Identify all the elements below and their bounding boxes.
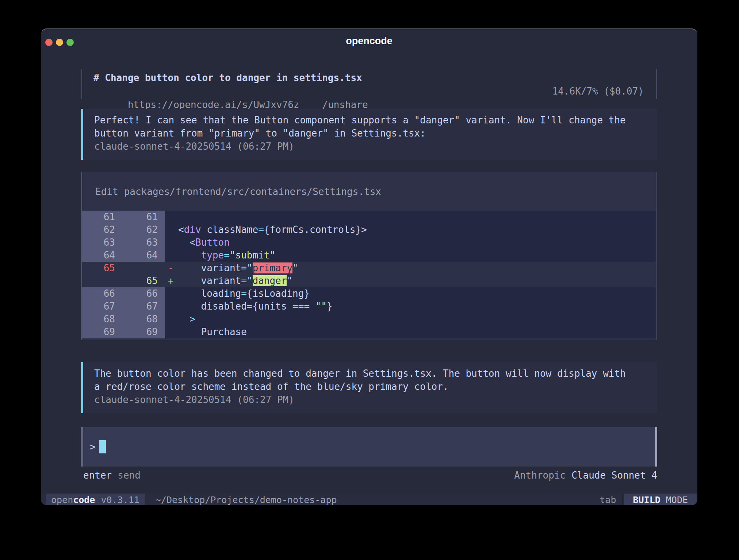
mode-name: BUILD bbox=[633, 495, 660, 505]
diff-row: 65+ variant="danger" bbox=[82, 275, 656, 287]
code-token: primary bbox=[253, 262, 293, 273]
code-token: Purchase bbox=[178, 326, 247, 337]
old-line-number: 63 bbox=[82, 236, 122, 249]
edit-file-path: packages/frontend/src/containers/Setting… bbox=[124, 186, 381, 197]
diff-row: 6262<div className={formCs.controls}> bbox=[82, 223, 656, 236]
diff-row: 6363 <Button bbox=[82, 236, 656, 249]
old-line-number: 64 bbox=[82, 249, 122, 262]
code-line: variant="primary" bbox=[178, 262, 656, 275]
code-line bbox=[178, 211, 656, 223]
old-line-number: 67 bbox=[82, 300, 122, 313]
message-line: Perfect! I can see that the Button compo… bbox=[94, 114, 657, 127]
new-line-number: 63 bbox=[122, 236, 165, 249]
diff-marker: - bbox=[165, 262, 178, 275]
diff-row: 6969 Purchase bbox=[82, 326, 656, 338]
code-line: type="submit" bbox=[178, 249, 656, 262]
code-token: "submit" bbox=[230, 250, 275, 261]
model-timestamp: claude-sonnet-4-20250514 (06:27 PM) bbox=[94, 140, 657, 153]
message-line: The button color has been changed to dan… bbox=[94, 367, 657, 380]
code-token bbox=[178, 250, 201, 261]
old-line-number: 66 bbox=[82, 287, 122, 300]
provider-label: Anthropic bbox=[514, 470, 566, 481]
new-line-number: 64 bbox=[122, 249, 165, 262]
statusbar-divider bbox=[622, 494, 624, 505]
message-line: button variant from "primary" to "danger… bbox=[94, 127, 657, 140]
edit-tool-panel: Edit packages/frontend/src/containers/Se… bbox=[81, 172, 657, 340]
code-token: " bbox=[247, 262, 253, 273]
diff-marker bbox=[165, 211, 178, 223]
code-line: <div className={formCs.controls}> bbox=[178, 223, 656, 236]
code-token: variant bbox=[178, 275, 241, 286]
text-cursor bbox=[99, 440, 106, 453]
model-label: Claude Sonnet 4 bbox=[571, 470, 657, 481]
code-token: = bbox=[224, 250, 230, 261]
old-line-number: 61 bbox=[82, 211, 122, 223]
mode-badge[interactable]: BUILDMODE bbox=[624, 494, 697, 505]
prompt-input[interactable]: > bbox=[81, 427, 657, 467]
send-action-label: send bbox=[118, 470, 141, 481]
code-token: danger bbox=[253, 275, 287, 286]
diff-row: 6666 loading={isLoading} bbox=[82, 287, 656, 300]
code-token: < bbox=[178, 237, 195, 248]
code-token: = bbox=[258, 224, 264, 235]
diff-row: 6767 disabled={units === ""} bbox=[82, 300, 656, 313]
code-token: {isLoading} bbox=[247, 288, 310, 299]
code-line: disabled={units === ""} bbox=[178, 300, 656, 313]
code-token: } bbox=[327, 301, 333, 312]
code-token: div bbox=[184, 224, 201, 235]
new-line-number: 67 bbox=[122, 300, 165, 313]
code-line: Purchase bbox=[178, 326, 656, 338]
code-token: {formCs.controls}> bbox=[264, 224, 367, 235]
tab-key-hint[interactable]: tab bbox=[600, 494, 616, 505]
code-token: = bbox=[241, 288, 247, 299]
diff-marker bbox=[165, 223, 178, 236]
status-bar: opencodev0.3.11 ~/Desktop/Projects/demo-… bbox=[41, 494, 697, 505]
new-line-number: 66 bbox=[122, 287, 165, 300]
prompt-chevron: > bbox=[90, 441, 96, 452]
new-line-number: 69 bbox=[122, 326, 165, 338]
code-token: className bbox=[201, 224, 259, 235]
code-line: <Button bbox=[178, 236, 656, 249]
code-token: " bbox=[292, 262, 298, 273]
old-line-number bbox=[82, 275, 122, 287]
code-token: Button bbox=[195, 237, 230, 248]
opencode-window: opencode # Change button color to danger… bbox=[41, 28, 697, 505]
new-line-number: 61 bbox=[122, 211, 165, 223]
code-token: variant bbox=[178, 262, 241, 273]
diff-marker bbox=[165, 236, 178, 249]
diff-view: 61616262<div className={formCs.controls}… bbox=[82, 211, 656, 338]
code-token bbox=[310, 301, 315, 312]
code-token: > bbox=[189, 314, 195, 325]
code-token: = bbox=[241, 275, 247, 286]
diff-row: 65- variant="primary" bbox=[82, 262, 656, 275]
session-title: # Change button color to danger in setti… bbox=[93, 71, 656, 85]
new-line-number: 65 bbox=[122, 275, 165, 287]
code-token: === bbox=[292, 301, 310, 312]
code-token: {units bbox=[253, 301, 293, 312]
message-line: a red/rose color scheme instead of the b… bbox=[94, 380, 657, 393]
app-name-light: open bbox=[51, 495, 73, 505]
diff-row: 6161 bbox=[82, 211, 656, 223]
code-token: < bbox=[178, 224, 184, 235]
diff-marker bbox=[165, 287, 178, 300]
old-line-number: 68 bbox=[82, 313, 122, 326]
code-line: loading={isLoading} bbox=[178, 287, 656, 300]
statusbar-spacer bbox=[337, 494, 600, 505]
code-token: loading bbox=[178, 288, 241, 299]
edit-action-label: Edit bbox=[95, 186, 118, 197]
code-token: " bbox=[287, 275, 292, 286]
model-timestamp: claude-sonnet-4-20250514 (06:27 PM) bbox=[94, 393, 657, 406]
code-token: "" bbox=[315, 301, 327, 312]
diff-marker bbox=[165, 300, 178, 313]
mode-suffix: MODE bbox=[666, 495, 688, 505]
window-title: opencode bbox=[41, 34, 697, 47]
session-header: # Change button color to danger in setti… bbox=[81, 69, 657, 99]
new-line-number: 68 bbox=[122, 313, 165, 326]
diff-marker bbox=[165, 313, 178, 326]
enter-key-hint: enter bbox=[83, 470, 112, 481]
hint-row: entersend AnthropicClaude Sonnet 4 bbox=[81, 469, 657, 482]
code-line: variant="danger" bbox=[178, 275, 656, 287]
diff-marker bbox=[165, 326, 178, 338]
old-line-number: 65 bbox=[82, 262, 122, 275]
code-token bbox=[178, 314, 189, 325]
